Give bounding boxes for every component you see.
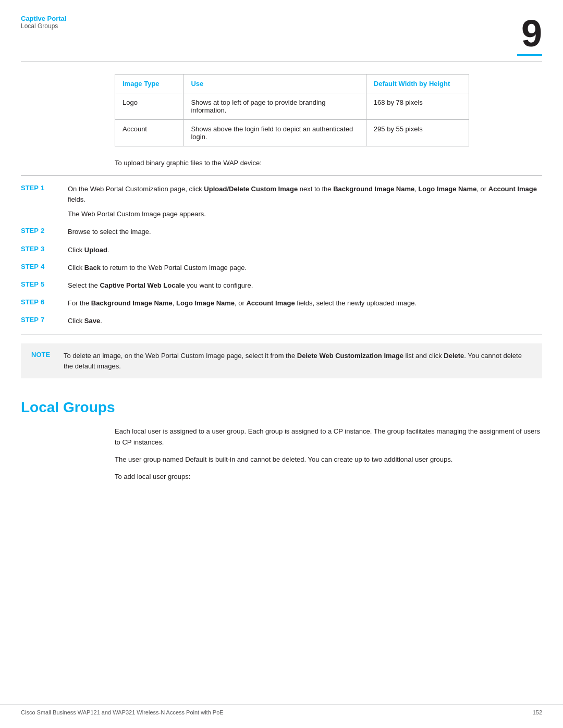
row-default-account: 295 by 55 pixels <box>366 120 469 146</box>
step-1-keyword: STEP <box>21 184 39 192</box>
upload-text: To upload binary graphic files to the WA… <box>115 159 542 167</box>
step-3-label: STEP 3 <box>21 245 68 253</box>
local-groups-para-1: Each local user is assigned to a user gr… <box>115 426 542 448</box>
step-4-text: Click Back to return to the Web Portal C… <box>68 263 542 273</box>
col-default: Default Width by Height <box>366 75 469 93</box>
chapter-number: 9 <box>521 15 542 52</box>
step-4-label: STEP 4 <box>21 263 68 270</box>
step-4: STEP 4 Click Back to return to the Web P… <box>21 263 542 273</box>
step-1-number: 1 <box>41 184 44 192</box>
step-5-text: Select the Captive Portal Web Locale you… <box>68 280 542 291</box>
local-groups-para-2: The user group named Default is built-in… <box>115 454 542 465</box>
step-2-number: 2 <box>41 227 44 235</box>
steps-area: STEP 1 On the Web Portal Customization p… <box>21 184 542 326</box>
step-4-keyword: STEP <box>21 263 39 270</box>
local-groups-para-3: To add local user groups: <box>115 472 542 483</box>
step-1-subpara: The Web Portal Custom Image page appears… <box>68 209 542 219</box>
step-6: STEP 6 For the Background Image Name, Lo… <box>21 298 542 309</box>
step-1-label: STEP 1 <box>21 184 68 192</box>
step-7-keyword: STEP <box>21 316 39 324</box>
image-type-table: Image Type Use Default Width by Height L… <box>115 74 469 146</box>
content-area: Image Type Use Default Width by Height L… <box>0 74 563 482</box>
section-divider-bottom <box>21 335 542 335</box>
step-1: STEP 1 On the Web Portal Customization p… <box>21 184 542 219</box>
header-divider <box>21 61 542 61</box>
step-3: STEP 3 Click Upload. <box>21 245 542 255</box>
step-7: STEP 7 Click Save. <box>21 316 542 326</box>
row-use-logo: Shows at top left of page to provide bra… <box>183 93 366 120</box>
step-6-number: 6 <box>41 298 44 306</box>
row-type-logo: Logo <box>115 93 183 120</box>
step-6-keyword: STEP <box>21 298 39 306</box>
chapter-bar <box>517 54 542 56</box>
step-5-number: 5 <box>41 280 44 288</box>
row-default-logo: 168 by 78 pixels <box>366 93 469 120</box>
local-groups-content: Each local user is assigned to a user gr… <box>115 426 542 482</box>
step-5: STEP 5 Select the Captive Portal Web Loc… <box>21 280 542 291</box>
step-3-number: 3 <box>41 245 44 253</box>
header-right: 9 <box>517 15 542 56</box>
page-header: Captive Portal Local Groups 9 <box>0 0 563 56</box>
step-2-text: Browse to select the image. <box>68 227 542 237</box>
page-wrapper: Captive Portal Local Groups 9 Image Type… <box>0 0 563 728</box>
step-7-text: Click Save. <box>68 316 542 326</box>
table-row: Logo Shows at top left of page to provid… <box>115 93 469 120</box>
step-4-number: 4 <box>41 263 44 270</box>
step-7-number: 7 <box>41 316 44 324</box>
table-wrapper: Image Type Use Default Width by Height L… <box>115 74 542 146</box>
note-content: To delete an image, on the Web Portal Cu… <box>64 351 532 371</box>
step-2-label: STEP 2 <box>21 227 68 235</box>
step-2-keyword: STEP <box>21 227 39 235</box>
step-2: STEP 2 Browse to select the image. <box>21 227 542 237</box>
step-6-text: For the Background Image Name, Logo Imag… <box>68 298 542 309</box>
section-label: Local Groups <box>21 22 66 30</box>
footer-page-number: 152 <box>533 709 542 715</box>
step-1-text: On the Web Portal Customization page, cl… <box>68 184 542 219</box>
section-divider-top <box>21 175 542 176</box>
step-5-label: STEP 5 <box>21 280 68 288</box>
note-box: NOTE To delete an image, on the Web Port… <box>21 343 542 378</box>
row-type-account: Account <box>115 120 183 146</box>
col-image-type: Image Type <box>115 75 183 93</box>
col-use: Use <box>183 75 366 93</box>
table-row: Account Shows above the login field to d… <box>115 120 469 146</box>
page-footer: Cisco Small Business WAP121 and WAP321 W… <box>0 705 563 715</box>
header-left: Captive Portal Local Groups <box>21 15 66 30</box>
step-3-keyword: STEP <box>21 245 39 253</box>
row-use-account: Shows above the login field to depict an… <box>183 120 366 146</box>
step-7-label: STEP 7 <box>21 316 68 324</box>
step-5-keyword: STEP <box>21 280 39 288</box>
step-3-text: Click Upload. <box>68 245 542 255</box>
note-label: NOTE <box>31 351 57 359</box>
chapter-label: Captive Portal <box>21 15 66 22</box>
step-6-label: STEP 6 <box>21 298 68 306</box>
local-groups-title: Local Groups <box>21 399 542 416</box>
footer-left-text: Cisco Small Business WAP121 and WAP321 W… <box>21 709 224 715</box>
